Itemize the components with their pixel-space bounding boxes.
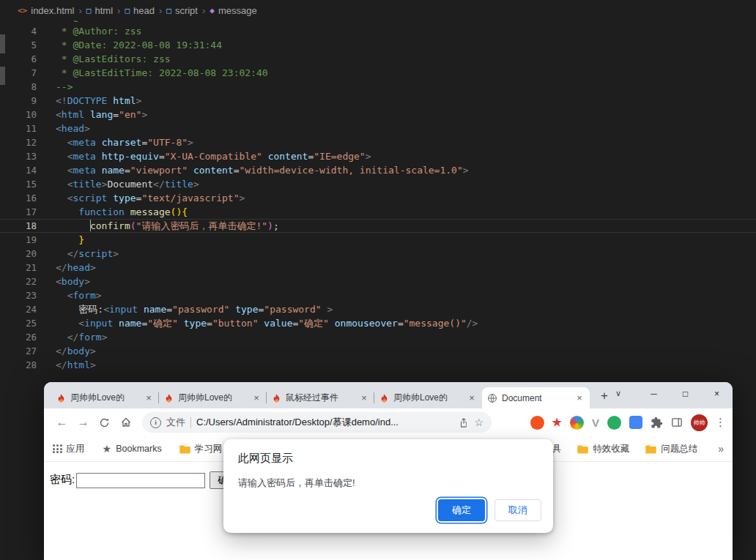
code-line[interactable]: 10<html lang="en"> (0, 108, 756, 122)
back-button[interactable]: ← (51, 412, 73, 433)
browser-tab[interactable]: Document× (482, 387, 590, 408)
new-tab-button[interactable]: + (596, 389, 612, 403)
code-line[interactable]: 14 <meta name="viewport" content="width=… (0, 163, 756, 177)
maximize-button[interactable]: □ (670, 382, 701, 406)
bookmark-item-Bookmarks[interactable]: ★Bookmarks (103, 443, 162, 455)
code-line[interactable]: 22<body> (0, 275, 756, 288)
forward-button[interactable]: → (73, 412, 94, 433)
flame-icon (164, 393, 174, 403)
code-line[interactable]: 27</body> (0, 344, 756, 358)
bookmark-item-应用[interactable]: 应用 (53, 443, 85, 455)
bookmark-item-特效收藏[interactable]: 特效收藏 (577, 443, 629, 455)
code-line[interactable]: 12 <meta charset="UTF-8"> (0, 135, 756, 149)
tab-strip: 周帅帅Love的×周帅帅Love的×鼠标经过事件×周帅帅Love的×Docume… (44, 382, 733, 408)
home-button[interactable] (115, 412, 136, 433)
symbol-tag-icon: □ (86, 6, 92, 15)
breadcrumb-item-message[interactable]: ◆message (210, 5, 256, 16)
code-line[interactable]: 6 * @LastEditors: zss (0, 52, 756, 66)
code-line[interactable]: 13 <meta http-equiv="X-UA-Compatible" co… (0, 149, 756, 163)
password-input[interactable] (76, 473, 205, 488)
tab-close-icon[interactable]: × (574, 392, 585, 403)
line-number: 22 (0, 275, 37, 288)
code-lines: 3 * @Version: 1.04 * @Author: zss5 * @Da… (0, 20, 756, 372)
tab-search-icon[interactable]: ∨ (615, 389, 621, 398)
code-line[interactable]: 11<head> (0, 122, 756, 135)
bookmarks-overflow-button[interactable]: » (718, 443, 724, 455)
profile-avatar[interactable]: 帅帅 (691, 414, 708, 431)
dialog-title: 此网页显示 (238, 452, 538, 466)
dialog-cancel-button[interactable]: 取消 (494, 499, 541, 521)
browser-menu-button[interactable]: ⋮ (715, 416, 725, 429)
code-line[interactable]: 28</html> (0, 358, 756, 372)
close-window-button[interactable]: × (701, 382, 733, 406)
extension-v-icon[interactable]: V (592, 417, 599, 429)
code-line[interactable]: 8--> (0, 80, 756, 94)
side-panel-icon[interactable] (671, 417, 683, 428)
code-line[interactable]: 9<!DOCTYPE html> (0, 94, 756, 108)
code-line[interactable]: 25 <input name="确定" type="button" value=… (0, 316, 756, 330)
bookmark-item-具[interactable]: 具 (552, 443, 562, 455)
code-line[interactable]: 15 <title>Document</title> (0, 177, 756, 191)
code-line[interactable]: 20 </script> (0, 247, 756, 261)
line-number: 10 (0, 108, 37, 122)
browser-tab[interactable]: 周帅帅Love的× (159, 387, 267, 408)
browser-tab[interactable]: 周帅帅Love的× (51, 387, 159, 408)
extension-green-icon[interactable] (607, 416, 621, 430)
code-line[interactable]: 26 </form> (0, 330, 756, 344)
tab-close-icon[interactable]: × (467, 392, 477, 403)
breadcrumb-label: head (133, 5, 155, 16)
extension-orange-icon[interactable] (530, 416, 544, 430)
breadcrumb-label: index.html (31, 5, 74, 16)
breadcrumb-label: message (218, 5, 257, 16)
omnibox-divider (190, 417, 191, 428)
code-line[interactable]: 7 * @LastEditTime: 2022-08-08 23:02:40 (0, 66, 756, 80)
extension-blue-icon[interactable] (629, 416, 642, 429)
browser-tab[interactable]: 鼠标经过事件× (267, 387, 374, 408)
line-content: } (37, 233, 756, 247)
breadcrumb-label: script (175, 5, 198, 16)
page-info-icon[interactable]: i (150, 417, 161, 428)
bookmark-item-问题总结[interactable]: 问题总结 (645, 443, 697, 455)
code-line[interactable]: 23 <form> (0, 288, 756, 302)
bookmark-label: 特效收藏 (593, 443, 629, 455)
line-content: function message(){ (37, 205, 756, 219)
line-content: <form> (37, 288, 756, 302)
extensions-puzzle-icon[interactable] (651, 417, 663, 429)
extension-red-star-icon[interactable]: ★ (552, 416, 562, 429)
code-line[interactable]: 19 } (0, 233, 756, 247)
url-text[interactable]: C:/Users/Administrator/Desktop/慕课demo/in… (196, 416, 453, 429)
line-number: 15 (0, 177, 37, 191)
code-line[interactable]: 24 密码:<input name="password" type="passw… (0, 302, 756, 316)
bookmark-item-学习网[interactable]: 学习网 (179, 443, 223, 455)
code-line[interactable]: 21</head> (0, 261, 756, 275)
breadcrumb-item-html[interactable]: □html (86, 5, 113, 16)
extension-color-ball-icon[interactable] (570, 416, 584, 430)
breadcrumb-item-head[interactable]: □head (125, 5, 155, 16)
code-line[interactable]: 16 <script type="text/javascript"> (0, 191, 756, 205)
code-line[interactable]: 4 * @Author: zss (0, 24, 756, 38)
share-icon[interactable] (459, 417, 469, 428)
tab-close-icon[interactable]: × (251, 392, 262, 403)
minimize-button[interactable]: ─ (638, 382, 670, 406)
bookmark-label: 应用 (67, 443, 85, 455)
line-content: <meta name="viewport" content="width=dev… (37, 163, 756, 177)
browser-tab[interactable]: 周帅帅Love的× (374, 387, 482, 408)
address-bar[interactable]: i 文件 C:/Users/Administrator/Desktop/慕课de… (142, 412, 492, 433)
dialog-ok-button[interactable]: 确定 (438, 499, 485, 521)
line-number: 12 (0, 135, 37, 149)
gutter-decoration (0, 34, 5, 53)
bookmark-star-icon[interactable]: ☆ (474, 417, 483, 428)
home-icon (120, 417, 132, 428)
tab-close-icon[interactable]: × (144, 392, 154, 403)
breadcrumb-item-index.html[interactable]: <>index.html (18, 5, 75, 16)
code-line[interactable]: 5 * @Date: 2022-08-08 19:31:44 (0, 38, 756, 52)
tab-close-icon[interactable]: × (359, 392, 369, 403)
code-line[interactable]: 17 function message(){ (0, 205, 756, 219)
line-number: 14 (0, 163, 37, 177)
line-content: <script type="text/javascript"> (37, 191, 756, 205)
reload-button[interactable] (94, 412, 115, 433)
globe-icon (487, 393, 497, 403)
code-line[interactable]: 18 confirm("请输入密码后，再单击确定!"); (0, 219, 756, 233)
line-number: 19 (0, 233, 37, 247)
breadcrumb-item-script[interactable]: □script (166, 5, 198, 16)
